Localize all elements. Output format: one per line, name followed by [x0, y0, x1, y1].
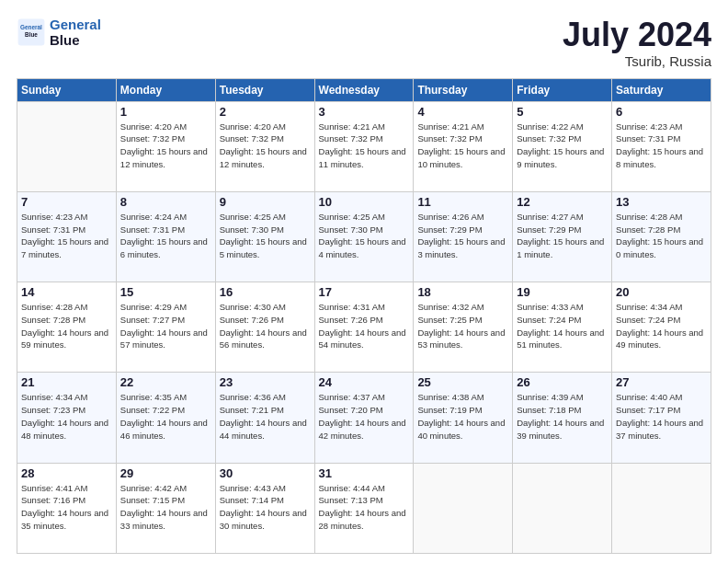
day-number: 28 — [21, 466, 112, 480]
day-number: 21 — [21, 375, 112, 389]
weekday-header-friday: Friday — [513, 78, 612, 101]
day-info: Sunrise: 4:41 AMSunset: 7:16 PMDaylight:… — [21, 482, 112, 533]
day-info: Sunrise: 4:25 AMSunset: 7:30 PMDaylight:… — [220, 211, 311, 261]
calendar-cell: 1Sunrise: 4:20 AMSunset: 7:32 PMDaylight… — [116, 101, 215, 191]
calendar-cell: 30Sunrise: 4:43 AMSunset: 7:14 PMDayligh… — [215, 463, 314, 553]
calendar-cell: 31Sunrise: 4:44 AMSunset: 7:13 PMDayligh… — [314, 463, 414, 553]
day-number: 29 — [120, 466, 211, 480]
day-number: 2 — [220, 105, 311, 119]
calendar-cell — [612, 463, 711, 553]
day-number: 13 — [616, 195, 707, 209]
day-info: Sunrise: 4:20 AMSunset: 7:32 PMDaylight:… — [120, 121, 211, 171]
calendar-cell: 25Sunrise: 4:38 AMSunset: 7:19 PMDayligh… — [414, 373, 513, 463]
weekday-header-thursday: Thursday — [414, 78, 513, 101]
day-number: 5 — [517, 105, 608, 119]
calendar-cell: 7Sunrise: 4:23 AMSunset: 7:31 PMDaylight… — [17, 191, 117, 282]
calendar-week-row: 28Sunrise: 4:41 AMSunset: 7:16 PMDayligh… — [17, 463, 711, 553]
day-info: Sunrise: 4:34 AMSunset: 7:23 PMDaylight:… — [21, 391, 112, 442]
calendar-cell: 28Sunrise: 4:41 AMSunset: 7:16 PMDayligh… — [17, 463, 117, 553]
weekday-header-monday: Monday — [116, 78, 215, 101]
calendar-cell: 8Sunrise: 4:24 AMSunset: 7:31 PMDaylight… — [116, 191, 215, 282]
svg-text:General: General — [20, 24, 42, 30]
day-number: 22 — [120, 375, 211, 389]
day-info: Sunrise: 4:26 AMSunset: 7:29 PMDaylight:… — [417, 211, 508, 261]
weekday-header-tuesday: Tuesday — [215, 78, 314, 101]
calendar-cell: 24Sunrise: 4:37 AMSunset: 7:20 PMDayligh… — [314, 373, 414, 463]
day-info: Sunrise: 4:25 AMSunset: 7:30 PMDaylight:… — [319, 211, 410, 261]
day-info: Sunrise: 4:21 AMSunset: 7:32 PMDaylight:… — [417, 121, 508, 171]
day-number: 23 — [220, 375, 311, 389]
calendar-cell: 15Sunrise: 4:29 AMSunset: 7:27 PMDayligh… — [116, 282, 215, 373]
day-number: 17 — [319, 285, 410, 299]
calendar-cell: 21Sunrise: 4:34 AMSunset: 7:23 PMDayligh… — [17, 373, 117, 463]
day-info: Sunrise: 4:28 AMSunset: 7:28 PMDaylight:… — [616, 211, 707, 261]
title-block: July 2024 Tsurib, Russia — [563, 17, 711, 69]
day-number: 10 — [319, 195, 410, 209]
day-number: 6 — [616, 105, 707, 119]
calendar-week-row: 21Sunrise: 4:34 AMSunset: 7:23 PMDayligh… — [17, 373, 711, 463]
calendar-week-row: 1Sunrise: 4:20 AMSunset: 7:32 PMDaylight… — [17, 101, 711, 191]
day-number: 20 — [616, 285, 707, 299]
calendar-cell: 10Sunrise: 4:25 AMSunset: 7:30 PMDayligh… — [314, 191, 414, 282]
day-number: 8 — [120, 195, 211, 209]
weekday-header-saturday: Saturday — [612, 78, 711, 101]
day-info: Sunrise: 4:40 AMSunset: 7:17 PMDaylight:… — [616, 391, 707, 442]
calendar-week-row: 14Sunrise: 4:28 AMSunset: 7:28 PMDayligh… — [17, 282, 711, 373]
logo-blue: Blue — [50, 32, 101, 48]
calendar-cell — [414, 463, 513, 553]
weekday-header-wednesday: Wednesday — [314, 78, 414, 101]
calendar-cell: 13Sunrise: 4:28 AMSunset: 7:28 PMDayligh… — [612, 191, 711, 282]
day-number: 30 — [220, 466, 311, 480]
day-number: 4 — [417, 105, 508, 119]
calendar-cell: 12Sunrise: 4:27 AMSunset: 7:29 PMDayligh… — [513, 191, 612, 282]
calendar-cell: 26Sunrise: 4:39 AMSunset: 7:18 PMDayligh… — [513, 373, 612, 463]
day-info: Sunrise: 4:42 AMSunset: 7:15 PMDaylight:… — [120, 482, 211, 533]
logo: General Blue General Blue — [17, 17, 101, 48]
calendar-cell: 29Sunrise: 4:42 AMSunset: 7:15 PMDayligh… — [116, 463, 215, 553]
calendar-cell: 23Sunrise: 4:36 AMSunset: 7:21 PMDayligh… — [215, 373, 314, 463]
svg-text:Blue: Blue — [25, 31, 38, 38]
day-info: Sunrise: 4:37 AMSunset: 7:20 PMDaylight:… — [319, 391, 410, 442]
day-number: 31 — [319, 466, 410, 480]
day-info: Sunrise: 4:20 AMSunset: 7:32 PMDaylight:… — [220, 121, 311, 171]
weekday-header-sunday: Sunday — [17, 78, 117, 101]
day-number: 26 — [517, 375, 608, 389]
day-number: 27 — [616, 375, 707, 389]
day-info: Sunrise: 4:22 AMSunset: 7:32 PMDaylight:… — [517, 121, 608, 171]
calendar-cell: 4Sunrise: 4:21 AMSunset: 7:32 PMDaylight… — [414, 101, 513, 191]
day-info: Sunrise: 4:44 AMSunset: 7:13 PMDaylight:… — [319, 482, 410, 533]
location-subtitle: Tsurib, Russia — [563, 53, 711, 69]
month-year-title: July 2024 — [563, 17, 711, 53]
day-number: 7 — [21, 195, 112, 209]
day-info: Sunrise: 4:29 AMSunset: 7:27 PMDaylight:… — [120, 301, 211, 351]
day-number: 15 — [120, 285, 211, 299]
day-number: 18 — [417, 285, 508, 299]
day-number: 14 — [21, 285, 112, 299]
calendar-cell: 22Sunrise: 4:35 AMSunset: 7:22 PMDayligh… — [116, 373, 215, 463]
calendar-cell: 9Sunrise: 4:25 AMSunset: 7:30 PMDaylight… — [215, 191, 314, 282]
day-number: 9 — [220, 195, 311, 209]
day-info: Sunrise: 4:27 AMSunset: 7:29 PMDaylight:… — [517, 211, 608, 261]
calendar-week-row: 7Sunrise: 4:23 AMSunset: 7:31 PMDaylight… — [17, 191, 711, 282]
calendar-cell: 2Sunrise: 4:20 AMSunset: 7:32 PMDaylight… — [215, 101, 314, 191]
calendar-header-row: SundayMondayTuesdayWednesdayThursdayFrid… — [17, 78, 711, 101]
day-number: 3 — [319, 105, 410, 119]
day-number: 1 — [120, 105, 211, 119]
day-info: Sunrise: 4:36 AMSunset: 7:21 PMDaylight:… — [220, 391, 311, 442]
calendar-cell: 18Sunrise: 4:32 AMSunset: 7:25 PMDayligh… — [414, 282, 513, 373]
calendar-cell: 16Sunrise: 4:30 AMSunset: 7:26 PMDayligh… — [215, 282, 314, 373]
day-number: 25 — [417, 375, 508, 389]
day-number: 19 — [517, 285, 608, 299]
logo-general: General — [50, 17, 101, 32]
calendar-cell: 14Sunrise: 4:28 AMSunset: 7:28 PMDayligh… — [17, 282, 117, 373]
day-info: Sunrise: 4:43 AMSunset: 7:14 PMDaylight:… — [220, 482, 311, 533]
day-info: Sunrise: 4:31 AMSunset: 7:26 PMDaylight:… — [319, 301, 410, 351]
calendar-cell: 17Sunrise: 4:31 AMSunset: 7:26 PMDayligh… — [314, 282, 414, 373]
calendar-cell — [513, 463, 612, 553]
calendar-cell: 5Sunrise: 4:22 AMSunset: 7:32 PMDaylight… — [513, 101, 612, 191]
calendar-cell: 11Sunrise: 4:26 AMSunset: 7:29 PMDayligh… — [414, 191, 513, 282]
calendar-cell: 27Sunrise: 4:40 AMSunset: 7:17 PMDayligh… — [612, 373, 711, 463]
day-number: 16 — [220, 285, 311, 299]
day-info: Sunrise: 4:38 AMSunset: 7:19 PMDaylight:… — [417, 391, 508, 442]
day-info: Sunrise: 4:24 AMSunset: 7:31 PMDaylight:… — [120, 211, 211, 261]
